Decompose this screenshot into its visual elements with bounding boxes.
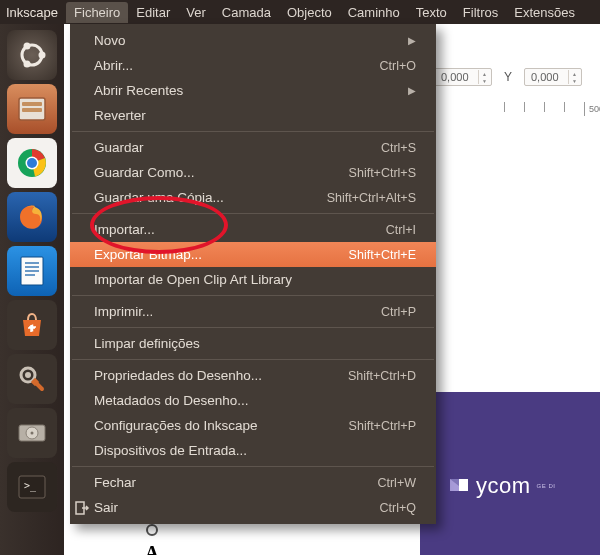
menuitem-reverter[interactable]: Reverter (70, 103, 436, 128)
svg-point-21 (31, 432, 34, 435)
menu-camada[interactable]: Camada (214, 2, 279, 23)
terminal-icon: >_ (15, 472, 49, 502)
launcher-files[interactable] (7, 84, 57, 134)
launcher-firefox[interactable] (7, 192, 57, 242)
svg-text:>_: >_ (24, 480, 37, 492)
menuitem-novo[interactable]: Novo▶ (70, 28, 436, 53)
menu-extensoes[interactable]: Extensões (506, 2, 583, 23)
menu-ver[interactable]: Ver (178, 2, 214, 23)
disk-icon (15, 419, 49, 447)
svg-point-2 (24, 43, 31, 50)
coord-y-value: 0,000 (531, 71, 559, 83)
menuitem-dispositivos-entrada[interactable]: Dispositivos de Entrada... (70, 438, 436, 463)
app-title: Inkscape (4, 5, 66, 20)
menu-separator (72, 213, 434, 214)
menu-objecto[interactable]: Objecto (279, 2, 340, 23)
menuitem-propriedades-desenho[interactable]: Propriedades do Desenho...Shift+Ctrl+D (70, 363, 436, 388)
menuitem-guardar[interactable]: GuardarCtrl+S (70, 135, 436, 160)
coord-y-stepper[interactable]: ▲▼ (568, 70, 580, 84)
ycom-mark-icon (448, 477, 470, 495)
menuitem-metadados-desenho[interactable]: Metadados do Desenho... (70, 388, 436, 413)
launcher-terminal[interactable]: >_ (7, 462, 57, 512)
menu-caminho[interactable]: Caminho (340, 2, 408, 23)
bag-icon (17, 310, 47, 340)
files-icon (15, 94, 49, 124)
exit-icon (74, 500, 90, 516)
menu-editar[interactable]: Editar (128, 2, 178, 23)
submenu-arrow-icon: ▶ (408, 85, 416, 96)
menu-filtros[interactable]: Filtros (455, 2, 506, 23)
menu-separator (72, 131, 434, 132)
svg-rect-5 (22, 102, 42, 106)
gear-wrench-icon (15, 362, 49, 396)
menu-ficheiro[interactable]: Ficheiro (66, 2, 128, 23)
ubuntu-icon (15, 38, 49, 72)
coord-y-label: Y (504, 70, 512, 84)
menuitem-configuracoes-inkscape[interactable]: Configurações do InkscapeShift+Ctrl+P (70, 413, 436, 438)
menu-separator (72, 466, 434, 467)
svg-point-9 (27, 158, 37, 168)
menuitem-abrir[interactable]: Abrir...Ctrl+O (70, 53, 436, 78)
horizontal-ruler: 500 (494, 102, 600, 120)
ficheiro-dropdown: Novo▶ Abrir...Ctrl+O Abrir Recentes▶ Rev… (70, 24, 436, 524)
coord-y-field[interactable]: 0,000 ▲▼ (524, 68, 582, 86)
menuitem-importar[interactable]: Importar...Ctrl+I (70, 217, 436, 242)
ycom-logo: ycom GE DI (448, 473, 555, 499)
svg-point-17 (25, 372, 31, 378)
text-tool-icon[interactable]: A (145, 544, 159, 555)
menubar: Inkscape Ficheiro Editar Ver Camada Obje… (0, 0, 600, 24)
ycom-subtext: GE DI (537, 483, 556, 490)
launcher-writer[interactable] (7, 246, 57, 296)
menuitem-guardar-como[interactable]: Guardar Como...Shift+Ctrl+S (70, 160, 436, 185)
launcher-chrome[interactable] (7, 138, 57, 188)
svg-rect-6 (22, 108, 42, 112)
menuitem-fechar[interactable]: FecharCtrl+W (70, 470, 436, 495)
menuitem-sair[interactable]: SairCtrl+Q (70, 495, 436, 520)
launcher-software-center[interactable] (7, 300, 57, 350)
ycom-panel: ycom GE DI (420, 392, 600, 555)
menu-texto[interactable]: Texto (408, 2, 455, 23)
submenu-arrow-icon: ▶ (408, 35, 416, 46)
menuitem-guardar-copia[interactable]: Guardar uma Cópia...Shift+Ctrl+Alt+S (70, 185, 436, 210)
firefox-icon (15, 200, 49, 234)
chrome-icon (15, 146, 49, 180)
menu-separator (72, 295, 434, 296)
ruler-mark: 500 (589, 104, 600, 114)
menuitem-exportar-bitmap[interactable]: Exportar Bitmap...Shift+Ctrl+E (70, 242, 436, 267)
coord-x-field[interactable]: 0,000 ▲▼ (434, 68, 492, 86)
menu-separator (72, 327, 434, 328)
coordinate-readout: X 0,000 ▲▼ Y 0,000 ▲▼ (414, 68, 582, 86)
menuitem-importar-openclipart[interactable]: Importar de Open Clip Art Library (70, 267, 436, 292)
menuitem-abrir-recentes[interactable]: Abrir Recentes▶ (70, 78, 436, 103)
unity-launcher: >_ (0, 24, 64, 555)
svg-point-1 (39, 52, 46, 59)
menuitem-imprimir[interactable]: Imprimir...Ctrl+P (70, 299, 436, 324)
launcher-ubuntu-dash[interactable] (7, 30, 57, 80)
svg-point-24 (147, 525, 157, 535)
menuitem-limpar-definicoes[interactable]: Limpar definições (70, 331, 436, 356)
coord-x-value: 0,000 (441, 71, 469, 83)
document-icon (18, 254, 46, 288)
launcher-disks[interactable] (7, 408, 57, 458)
coord-x-stepper[interactable]: ▲▼ (478, 70, 490, 84)
ycom-text: ycom (476, 473, 531, 499)
launcher-settings[interactable] (7, 354, 57, 404)
menu-separator (72, 359, 434, 360)
svg-point-3 (24, 61, 31, 68)
